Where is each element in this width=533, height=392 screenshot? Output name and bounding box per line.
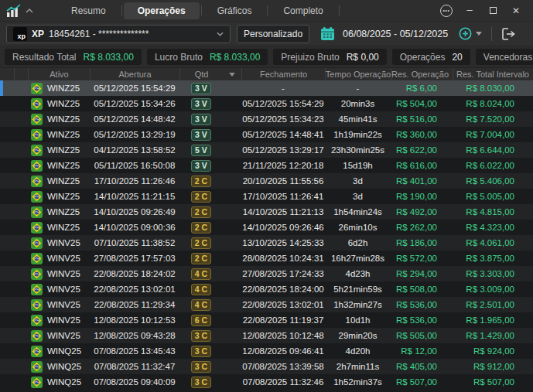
table-row[interactable]: WINZ25 05/12/2025 13:29:19 3 V 05/12/202… <box>0 127 533 142</box>
row-gutter <box>0 96 14 111</box>
table-row[interactable]: WINQ25 07/08/2025 11:32:47 3 C 07/08/202… <box>0 359 533 374</box>
table-row[interactable]: WINZ25 14/10/2025 09:00:36 2 C 14/10/202… <box>0 220 533 235</box>
table-row[interactable]: WINQ25 07/08/2025 09:40:09 3 C 07/08/202… <box>0 374 533 390</box>
cell-ativo: WINV25 <box>47 285 80 294</box>
cell-res-total-intervalo: R$ 6.022,00 <box>453 158 533 173</box>
cell-fechamento: 07/08/2025 11:32:46 <box>241 374 325 390</box>
cell-res-operacao: R$ 516,00 <box>391 111 453 127</box>
cell-res-total-intervalo: R$ 6.644,00 <box>453 142 533 158</box>
collapse-caret-icon[interactable] <box>25 7 34 15</box>
cell-tempo-operacao: 45min41s <box>325 111 391 127</box>
cell-res-total-intervalo: R$ 1.429,00 <box>453 328 533 343</box>
qtd-badge: 3 V <box>191 98 211 110</box>
cell-res-total-intervalo: R$ 5.406,00 <box>453 173 533 189</box>
cell-fechamento: 05/12/2025 14:48:41 <box>241 127 325 142</box>
tab-operacoes[interactable]: Operações <box>124 2 200 19</box>
chip-label: Operações <box>400 52 446 63</box>
cell-tempo-operacao: 29min20s <box>325 328 391 343</box>
minimize-button[interactable]: – <box>460 2 479 19</box>
table-row[interactable]: WINZ25 14/10/2025 09:26:49 2 C 14/10/202… <box>0 204 533 220</box>
cell-ativo: WINZ25 <box>47 84 80 93</box>
row-gutter <box>14 281 28 297</box>
table-row[interactable]: WINZ25 14/10/2025 11:21:15 2 C 17/10/202… <box>0 189 533 204</box>
qtd-badge: 3 V <box>191 83 211 94</box>
summary-bar: Resultado Total R$ 8.033,00 Lucro Bruto … <box>0 46 533 68</box>
cell-res-operacao: R$ 492,00 <box>391 204 453 220</box>
add-account-button[interactable] <box>459 27 482 40</box>
summary-chip-lucro-bruto: Lucro Bruto R$ 8.033,00 <box>147 49 268 65</box>
table-row[interactable]: WINZ25 04/12/2025 13:58:52 5 V 05/12/202… <box>0 142 533 158</box>
brazil-flag-icon <box>31 114 43 125</box>
tab-separator <box>121 5 122 15</box>
date-range-value[interactable]: 06/08/2025 - 05/12/2025 <box>343 29 448 39</box>
table-row[interactable]: WINZ25 05/11/2025 16:50:08 3 V 21/11/202… <box>0 158 533 173</box>
maximize-button[interactable] <box>483 2 502 19</box>
cell-tempo-operacao: 26min10s <box>325 220 391 235</box>
toolbar-divider <box>491 27 492 41</box>
table-row[interactable]: WINQ25 07/08/2025 13:45:43 3 C 12/08/202… <box>0 343 533 359</box>
table-row[interactable]: WINZ25 05/12/2025 14:48:42 3 V 05/12/202… <box>0 111 533 127</box>
table-row[interactable]: WINV25 27/08/2025 17:57:03 2 C 28/08/202… <box>0 251 533 266</box>
cell-res-operacao: R$ 186,00 <box>391 235 453 251</box>
cell-fechamento: 21/11/2025 12:20:18 <box>241 158 325 173</box>
period-select[interactable]: Personalizado <box>237 25 309 43</box>
brazil-flag-icon <box>31 206 43 218</box>
column-header-qtd[interactable]: Qtd <box>179 68 223 80</box>
table-row[interactable]: WINV25 22/08/2025 11:29:34 4 C 22/08/202… <box>0 297 533 312</box>
row-gutter <box>0 80 14 96</box>
account-number: 18454261 - ************** <box>49 29 212 39</box>
cell-ativo: WINV25 <box>47 315 80 325</box>
cell-res-total-intervalo: R$ 4.323,00 <box>453 220 533 235</box>
cell-fechamento: - <box>241 80 325 96</box>
cell-res-total-intervalo: R$ 1.965,00 <box>453 312 533 328</box>
column-filter-button[interactable] <box>223 68 241 80</box>
calendar-icon[interactable] <box>320 26 335 41</box>
table-row[interactable]: WINV25 22/08/2025 13:02:01 4 C 22/08/202… <box>0 281 533 297</box>
column-header-res-operacao[interactable]: Res. Operação <box>391 68 453 80</box>
column-header-res-total-intervalo[interactable]: Res. Total Intervalo <box>453 68 533 80</box>
tab-graficos[interactable]: Gráficos <box>203 2 266 19</box>
account-select[interactable]: xp XP 18454261 - ************** <box>6 25 231 43</box>
more-options-button[interactable]: ••• <box>437 2 456 19</box>
column-header-tempo-operacao[interactable]: Tempo Operação <box>325 68 391 80</box>
window-controls: ••• – ✕ <box>437 2 533 19</box>
cell-filter-spacer <box>223 204 241 220</box>
cell-abertura: 07/08/2025 13:45:43 <box>90 343 179 359</box>
row-gutter <box>14 142 28 158</box>
cell-res-operacao: R$ 536,00 <box>391 312 453 328</box>
qtd-badge: 2 C <box>191 222 211 233</box>
export-icon[interactable] <box>501 27 517 41</box>
tab-resumo[interactable]: Resumo <box>57 2 120 19</box>
cell-tempo-operacao: 3d <box>325 173 391 189</box>
close-button[interactable]: ✕ <box>507 2 525 19</box>
cell-ativo: WINV25 <box>47 254 80 263</box>
table-row[interactable]: WINZ25 05/12/2025 15:34:26 3 V 05/12/202… <box>0 96 533 111</box>
table-row[interactable]: WINZ25 05/12/2025 15:54:29 3 V - - R$ 6,… <box>0 80 533 96</box>
brazil-flag-icon <box>31 129 43 141</box>
table-row[interactable]: WINZ25 17/10/2025 11:26:46 2 C 20/10/202… <box>0 173 533 189</box>
cell-res-operacao: R$ 12,00 <box>391 343 453 359</box>
qtd-badge: 5 V <box>191 145 211 156</box>
row-gutter <box>14 297 28 312</box>
table-row[interactable]: WINV25 22/08/2025 18:24:02 4 C 27/08/202… <box>0 266 533 281</box>
brazil-flag-icon <box>31 330 43 342</box>
table-row[interactable]: WINV25 07/10/2025 11:38:52 2 C 13/10/202… <box>0 235 533 251</box>
header-gutter <box>14 68 28 80</box>
table-row[interactable]: WINV25 12/08/2025 10:12:53 6 C 22/08/202… <box>0 312 533 328</box>
cell-abertura: 04/12/2025 13:58:52 <box>90 142 179 158</box>
qtd-badge: 3 V <box>191 129 211 141</box>
broker-logo-xp: xp <box>13 27 27 41</box>
column-header-ativo[interactable]: Ativo <box>28 68 90 80</box>
cell-filter-spacer <box>223 297 241 312</box>
cell-ativo: WINQ25 <box>47 346 81 356</box>
cell-abertura: 27/08/2025 17:57:03 <box>90 251 179 266</box>
tab-completo[interactable]: Completo <box>269 2 337 19</box>
qtd-badge: 3 V <box>191 114 211 125</box>
column-header-abertura[interactable]: Abertura <box>90 68 179 80</box>
column-header-fechamento[interactable]: Fechamento <box>241 68 325 80</box>
qtd-badge: 3 V <box>191 160 211 172</box>
app-window: ResumoOperaçõesGráficosCompleto ••• – ✕ … <box>0 0 533 392</box>
table-row[interactable]: WINV25 12/08/2025 09:43:28 3 C 12/08/202… <box>0 328 533 343</box>
qtd-badge: 3 C <box>191 346 211 357</box>
cell-ativo: WINZ25 <box>47 223 80 232</box>
